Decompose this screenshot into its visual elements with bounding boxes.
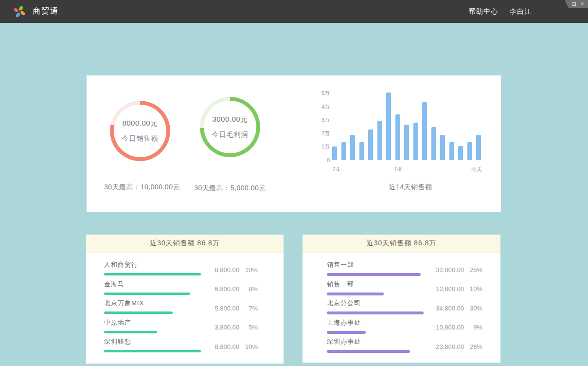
y-tick: 0 bbox=[310, 157, 330, 163]
department-name: 上海办事处 bbox=[327, 318, 424, 327]
amount: 8,800.00 bbox=[202, 343, 239, 350]
today-sales-label: 今日销售额 bbox=[122, 134, 159, 143]
list-item: 北京分公司 34,800.00 30% bbox=[327, 299, 482, 318]
list-item: 深圳办事处 23,800.00 26% bbox=[327, 337, 482, 357]
amount: 12,800.00 bbox=[427, 285, 464, 293]
sales-bar bbox=[422, 102, 427, 160]
percent: 10% bbox=[464, 285, 482, 293]
list-item: 销售二部 12,800.00 10% bbox=[327, 280, 482, 299]
sales-bar bbox=[359, 142, 364, 160]
progress-bar bbox=[327, 311, 424, 314]
sales-bar bbox=[404, 125, 409, 160]
sales-bar bbox=[395, 114, 400, 160]
today-profit-donut: 3000.00元 今日毛利润 bbox=[200, 97, 260, 157]
sales-30d-by-department-card: 近30天销售额 86.8万 销售一部 32,800.00 25% 销售二部 12… bbox=[303, 235, 500, 363]
percent: 10% bbox=[239, 343, 258, 350]
amount: 6,800.00 bbox=[202, 285, 239, 293]
sales-bar bbox=[386, 92, 391, 160]
x-tick: 7-1 bbox=[332, 166, 340, 172]
sales-bar bbox=[431, 127, 436, 160]
sales-bar bbox=[341, 142, 346, 160]
y-tick: 5万 bbox=[310, 90, 330, 96]
y-tick: 4万 bbox=[310, 104, 330, 110]
customer-card-title: 近30天销售额 86.8万 bbox=[86, 235, 284, 253]
progress-bar bbox=[104, 273, 201, 275]
list-item: 人和商贸行 8,800.00 10% bbox=[104, 260, 258, 280]
sales-bar bbox=[368, 129, 373, 160]
sales-30d-by-customer-card: 近30天销售额 86.8万 人和商贸行 8,800.00 10% 金海马 6,8… bbox=[86, 235, 284, 364]
minimize-icon[interactable] bbox=[564, 4, 568, 4]
list-item: 上海办事处 10,800.00 9% bbox=[327, 318, 482, 338]
list-item: 北京万象MIX 5,800.00 7% bbox=[104, 299, 258, 318]
today-sales-donut: 8000.00元 今日销售额 bbox=[110, 101, 170, 161]
percent: 5% bbox=[239, 324, 258, 331]
sales-14d-chart: 5万 4万 3万 2万 1万 0 7-1 7-8 今天 bbox=[332, 93, 481, 176]
y-tick: 3万 bbox=[310, 117, 330, 123]
customer-name: 人和商贸行 bbox=[104, 260, 201, 269]
progress-bar bbox=[104, 331, 157, 333]
today-profit-donut-center: 3000.00元 今日毛利润 bbox=[204, 101, 256, 153]
list-item: 中原地产 3,800.00 5% bbox=[104, 318, 258, 338]
today-sales-donut-center: 8000.00元 今日销售额 bbox=[114, 105, 166, 157]
amount: 34,800.00 bbox=[427, 305, 464, 312]
department-name: 销售一部 bbox=[327, 260, 424, 269]
customer-name: 北京万象MIX bbox=[104, 299, 201, 308]
progress-bar bbox=[104, 293, 190, 295]
close-icon[interactable]: ✕ bbox=[580, 2, 584, 6]
progress-bar bbox=[327, 350, 410, 353]
progress-bar bbox=[104, 350, 201, 352]
percent: 9% bbox=[464, 324, 482, 331]
customer-list: 人和商贸行 8,800.00 10% 金海马 6,800.00 8% 北京万象M… bbox=[86, 253, 284, 357]
department-name: 北京分公司 bbox=[327, 299, 424, 308]
sales-bar bbox=[332, 146, 337, 160]
help-center-link[interactable]: 帮助中心 bbox=[469, 7, 498, 16]
list-item: 金海马 6,800.00 8% bbox=[104, 280, 258, 299]
sales-bars-plot bbox=[332, 93, 481, 160]
progress-bar bbox=[327, 293, 384, 295]
app-title: 商贸通 bbox=[33, 6, 59, 17]
sales-bar bbox=[350, 135, 355, 160]
sales-chart-y-axis: 5万 4万 3万 2万 1万 0 bbox=[310, 93, 330, 160]
sales-bar bbox=[377, 121, 382, 160]
x-tick: 今天 bbox=[471, 166, 482, 173]
department-list: 销售一部 32,800.00 25% 销售二部 12,800.00 10% 北京… bbox=[303, 253, 500, 357]
sales-14d-caption: 近14天销售额 bbox=[357, 183, 464, 192]
sales-bar bbox=[467, 142, 472, 160]
percent: 25% bbox=[464, 266, 482, 274]
sales-bar bbox=[449, 142, 454, 160]
list-item: 深圳联想 8,800.00 10% bbox=[104, 337, 258, 357]
window-controls: ✕ bbox=[558, 0, 588, 8]
today-profit-footnote: 30天最高：5,000.00元 bbox=[177, 184, 284, 193]
x-tick: 7-8 bbox=[394, 166, 402, 172]
title-bar: 商贸通 帮助中心 李白江 ✕ bbox=[0, 0, 588, 23]
user-name-menu[interactable]: 李白江 bbox=[510, 7, 532, 16]
maximize-icon[interactable] bbox=[572, 2, 576, 6]
customer-name: 金海马 bbox=[104, 280, 201, 289]
amount: 32,800.00 bbox=[427, 266, 464, 274]
amount: 23,800.00 bbox=[427, 343, 464, 350]
overview-card: 8000.00元 今日销售额 3000.00元 今日毛利润 30天最高：10,0… bbox=[87, 75, 501, 212]
sales-bar bbox=[413, 123, 418, 160]
list-item: 销售一部 32,800.00 25% bbox=[327, 260, 482, 280]
sales-bar bbox=[458, 146, 463, 160]
amount: 3,800.00 bbox=[202, 324, 239, 331]
customer-name: 中原地产 bbox=[104, 318, 201, 327]
department-name: 销售二部 bbox=[327, 280, 424, 289]
percent: 26% bbox=[464, 343, 482, 350]
customer-name: 深圳联想 bbox=[104, 337, 201, 346]
percent: 30% bbox=[464, 305, 482, 312]
today-profit-value: 3000.00元 bbox=[212, 115, 248, 124]
sales-chart-x-axis: 7-1 7-8 今天 bbox=[332, 166, 481, 176]
amount: 5,800.00 bbox=[202, 305, 239, 312]
progress-bar bbox=[327, 273, 421, 276]
progress-bar bbox=[327, 331, 366, 334]
department-card-title: 近30天销售额 86.8万 bbox=[303, 235, 500, 253]
today-profit-label: 今日毛利润 bbox=[212, 130, 249, 139]
y-tick: 2万 bbox=[310, 130, 330, 136]
amount: 8,800.00 bbox=[202, 266, 239, 274]
progress-bar bbox=[104, 311, 173, 314]
today-sales-value: 8000.00元 bbox=[122, 119, 158, 128]
amount: 10,800.00 bbox=[427, 324, 464, 331]
y-tick: 1万 bbox=[310, 144, 330, 149]
sales-bar bbox=[476, 135, 481, 160]
